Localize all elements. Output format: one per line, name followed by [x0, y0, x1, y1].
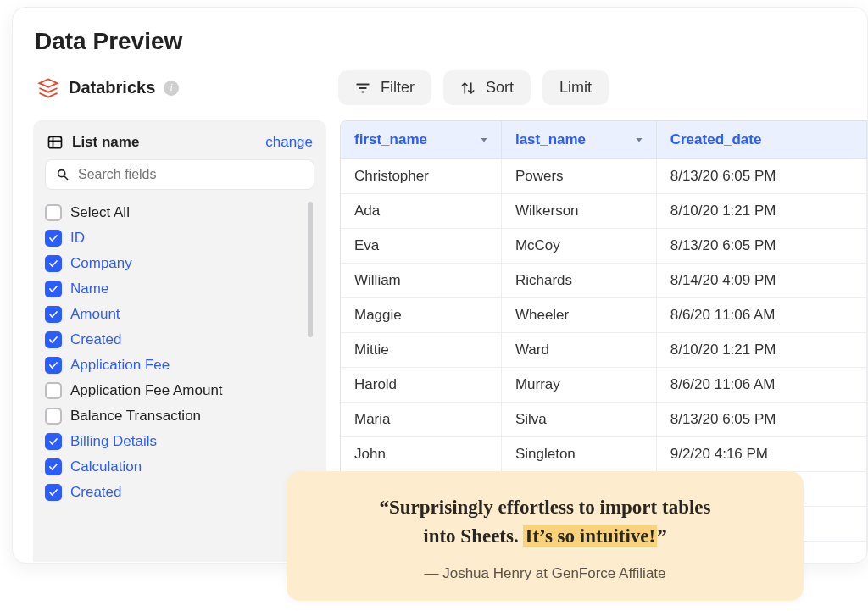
table-row[interactable]: JohnSingleton9/2/20 4:16 PM [341, 437, 867, 472]
table-cell: Christopher [341, 159, 501, 194]
field-checkbox[interactable] [45, 281, 62, 297]
search-fields-input[interactable] [78, 167, 303, 182]
change-list-link[interactable]: change [265, 134, 313, 151]
field-label: Calculation [70, 458, 142, 475]
field-row[interactable]: Billing Details [45, 429, 304, 454]
column-header[interactable]: Created_date [656, 121, 866, 159]
field-row[interactable]: Balance Transaction [45, 403, 304, 429]
field-row[interactable]: ID [45, 225, 304, 251]
table-row[interactable]: EvaMcCoy8/13/20 6:05 PM [341, 229, 867, 264]
fields-sidebar: List name change Select AllIDCompanyName… [33, 120, 326, 562]
table-cell: Ward [501, 333, 656, 368]
list-header: List name change [45, 132, 314, 159]
fields-list: Select AllIDCompanyNameAmountCreatedAppl… [45, 200, 314, 562]
table-cell: Eva [341, 229, 501, 264]
field-checkbox[interactable] [45, 331, 62, 348]
field-row[interactable]: Select All [45, 200, 304, 225]
field-row[interactable]: Created [45, 327, 304, 353]
data-source: Databricks i [33, 76, 335, 100]
table-row[interactable]: MittieWard8/10/20 1:21 PM [341, 333, 867, 368]
table-cell: Richards [501, 264, 656, 298]
field-row[interactable]: Amount [45, 302, 304, 327]
field-checkbox[interactable] [45, 306, 62, 323]
table-cell: Singleton [501, 437, 656, 472]
table-cell: 8/10/20 1:21 PM [656, 194, 866, 229]
table-cell: Mittie [341, 333, 501, 368]
field-label: Balance Transaction [70, 408, 201, 425]
sort-button[interactable]: Sort [443, 70, 531, 105]
search-icon [56, 168, 70, 181]
field-checkbox[interactable] [45, 484, 62, 501]
testimonial-card: “Surprisingly effortless to import table… [287, 471, 804, 601]
column-header[interactable]: last_name [501, 121, 656, 159]
table-cell: Silva [501, 403, 656, 437]
field-label: Company [70, 255, 132, 272]
table-cell: 8/13/20 6:05 PM [656, 159, 866, 194]
svg-line-7 [64, 176, 68, 180]
table-row[interactable]: MaggieWheeler8/6/20 11:06 AM [341, 298, 867, 333]
field-checkbox[interactable] [45, 204, 62, 221]
page-title: Data Preview [35, 28, 867, 55]
field-checkbox[interactable] [45, 433, 62, 450]
toolbar: Filter Sort Limit [338, 70, 609, 105]
field-checkbox[interactable] [45, 458, 62, 475]
table-cell: John [341, 437, 501, 472]
field-row[interactable]: Application Fee Amount [45, 378, 304, 403]
table-row[interactable]: AdaWilkerson8/10/20 1:21 PM [341, 194, 867, 229]
svg-point-6 [58, 170, 65, 177]
field-row[interactable]: Application Fee [45, 353, 304, 378]
table-cell: Maggie [341, 298, 501, 333]
table-row[interactable]: MariaSilva8/13/20 6:05 PM [341, 403, 867, 437]
table-cell: Wilkerson [501, 194, 656, 229]
field-label: Created [70, 484, 121, 501]
field-label: ID [70, 230, 85, 247]
quote-highlight: It’s so intuitive! [523, 525, 657, 547]
field-checkbox[interactable] [45, 408, 62, 425]
filter-label: Filter [381, 79, 415, 97]
field-row[interactable]: Calculation [45, 454, 304, 480]
sort-icon [460, 81, 476, 96]
table-cell: McCoy [501, 229, 656, 264]
field-row[interactable]: Created [45, 480, 304, 505]
scrollbar-thumb[interactable] [308, 202, 313, 337]
data-source-name: Databricks [69, 78, 155, 97]
field-label: Amount [70, 306, 120, 323]
list-heading: List name [72, 134, 139, 151]
field-checkbox[interactable] [45, 255, 62, 272]
table-cell: Ada [341, 194, 501, 229]
column-header-label: first_name [354, 131, 427, 147]
table-row[interactable]: HaroldMurray8/6/20 11:06 AM [341, 368, 867, 403]
quote-line2-post: ” [657, 525, 667, 547]
table-cell: Wheeler [501, 298, 656, 333]
field-label: Select All [70, 204, 130, 221]
quote-line2-pre: into Sheets. [423, 525, 523, 547]
field-label: Billing Details [70, 433, 157, 450]
header-row: Databricks i Filter Sort [33, 70, 867, 105]
table-cell: 8/13/20 6:05 PM [656, 403, 866, 437]
quote-line1: “Surprisingly effortless to import table… [380, 497, 711, 518]
table-row[interactable]: WilliamRichards8/14/20 4:09 PM [341, 264, 867, 298]
limit-button[interactable]: Limit [542, 70, 609, 105]
column-header-label: last_name [515, 131, 586, 147]
table-cell: 9/2/20 4:16 PM [656, 437, 866, 472]
filter-button[interactable]: Filter [338, 70, 431, 105]
table-cell: Powers [501, 159, 656, 194]
search-fields-wrap[interactable] [45, 159, 314, 190]
field-checkbox[interactable] [45, 230, 62, 247]
field-checkbox[interactable] [45, 357, 62, 374]
table-row[interactable]: ChristopherPowers8/13/20 6:05 PM [341, 159, 867, 194]
column-header[interactable]: first_name [341, 121, 501, 159]
field-row[interactable]: Name [45, 276, 304, 302]
chevron-down-icon[interactable] [634, 135, 644, 145]
field-row[interactable]: Company [45, 251, 304, 276]
table-cell: Maria [341, 403, 501, 437]
field-label: Application Fee [70, 357, 170, 374]
table-cell: 8/13/20 6:05 PM [656, 229, 866, 264]
chevron-down-icon[interactable] [479, 135, 489, 145]
info-icon[interactable]: i [164, 81, 179, 96]
table-cell: William [341, 264, 501, 298]
limit-label: Limit [559, 79, 592, 97]
table-cell: 8/10/20 1:21 PM [656, 333, 866, 368]
testimonial-author: — Joshua Henry at GenForce Affiliate [320, 565, 770, 582]
field-checkbox[interactable] [45, 382, 62, 399]
